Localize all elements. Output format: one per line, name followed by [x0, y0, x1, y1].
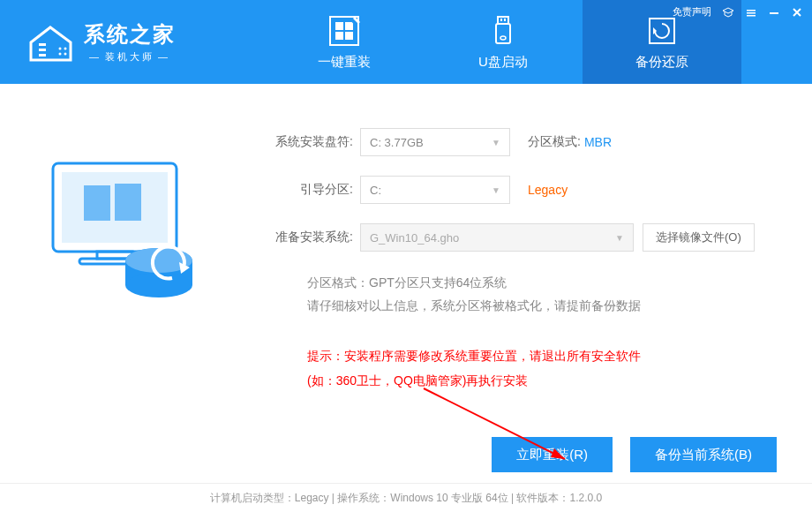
select-value: C: 3.77GB — [370, 136, 424, 149]
svg-point-6 — [64, 52, 67, 55]
logo: 系统之家 装机大师 — [0, 20, 265, 64]
svg-rect-23 — [770, 12, 778, 14]
form-area: 系统安装盘符: C: 3.77GB ▼ 分区模式: MBR 引导分区: C: ▼… — [229, 128, 777, 393]
tab-label: U盘启动 — [478, 54, 528, 71]
logo-icon — [26, 20, 75, 64]
chevron-down-icon: ▼ — [492, 185, 500, 195]
graduation-icon[interactable] — [722, 6, 734, 19]
info-line: 请仔细核对以上信息，系统分区将被格式化，请提前备份数据 — [307, 294, 777, 317]
svg-rect-21 — [747, 12, 756, 14]
backup-button[interactable]: 备份当前系统(B) — [630, 437, 777, 472]
chevron-down-icon: ▼ — [492, 138, 500, 147]
logo-subtitle: 装机大师 — [84, 50, 176, 64]
windows-icon — [327, 13, 362, 49]
minimize-button[interactable] — [768, 6, 780, 19]
svg-rect-14 — [500, 19, 502, 21]
tabs: 一键重装 U盘启动 备份还原 — [265, 0, 741, 84]
footer-text: 计算机启动类型：Legacy | 操作系统：Windows 10 专业版 64位… — [210, 492, 602, 504]
header: 系统之家 装机大师 一键重装 U盘启动 备份还原 免责声明 — [0, 0, 812, 84]
tab-usb-boot[interactable]: U盘启动 — [424, 0, 583, 84]
svg-rect-11 — [345, 32, 353, 40]
window-controls: 免责声明 — [673, 5, 803, 19]
main-content: 系统安装盘符: C: 3.77GB ▼ 分区模式: MBR 引导分区: C: ▼… — [0, 84, 812, 410]
info-text: 分区格式：GPT分区只支持64位系统 请仔细核对以上信息，系统分区将被格式化，请… — [307, 271, 777, 317]
svg-rect-10 — [335, 32, 343, 40]
warning-line: 提示：安装程序需要修改系统重要位置，请退出所有安全软件 — [307, 343, 777, 368]
select-value: C: — [370, 184, 381, 197]
install-drive-select[interactable]: C: 3.77GB ▼ — [360, 128, 510, 156]
choose-image-button[interactable]: 选择镜像文件(O) — [643, 223, 755, 252]
svg-rect-8 — [335, 22, 343, 30]
svg-rect-22 — [747, 15, 756, 17]
svg-point-3 — [59, 47, 62, 49]
svg-rect-13 — [498, 17, 508, 24]
chevron-down-icon: ▼ — [615, 233, 624, 243]
tab-reinstall[interactable]: 一键重装 — [265, 0, 424, 84]
svg-rect-20 — [747, 10, 756, 11]
install-drive-label: 系统安装盘符: — [265, 134, 353, 150]
prepare-system-select[interactable]: G_Win10_64.gho ▼ — [360, 223, 634, 252]
tab-label: 备份还原 — [635, 54, 688, 71]
boot-partition-select[interactable]: C: ▼ — [360, 176, 510, 204]
warning-text: 提示：安装程序需要修改系统重要位置，请退出所有安全软件 (如：360卫士，QQ电… — [307, 343, 777, 393]
close-button[interactable] — [791, 6, 803, 19]
svg-point-5 — [59, 52, 62, 55]
reinstall-button[interactable]: 立即重装(R) — [492, 437, 613, 472]
svg-point-17 — [500, 36, 506, 40]
action-buttons: 立即重装(R) 备份当前系统(B) — [0, 437, 812, 483]
prepare-system-label: 准备安装系统: — [265, 230, 353, 245]
svg-rect-0 — [39, 43, 46, 46]
disclaimer-link[interactable]: 免责声明 — [673, 5, 711, 19]
usb-icon — [485, 13, 521, 49]
settings-icon[interactable] — [745, 6, 757, 19]
select-value: G_Win10_64.gho — [370, 231, 459, 245]
svg-rect-7 — [330, 17, 358, 45]
boot-type-value: Legacy — [528, 183, 568, 197]
boot-partition-label: 引导分区: — [265, 182, 353, 198]
warning-line: (如：360卫士，QQ电脑管家)再执行安装 — [307, 368, 777, 393]
info-line: 分区格式：GPT分区只支持64位系统 — [307, 271, 777, 294]
logo-title: 系统之家 — [84, 20, 176, 49]
svg-rect-9 — [345, 22, 353, 30]
illustration — [35, 128, 229, 393]
svg-rect-1 — [39, 49, 46, 51]
svg-rect-15 — [504, 19, 506, 21]
tab-label: 一键重装 — [318, 54, 371, 71]
svg-point-4 — [64, 47, 67, 49]
svg-rect-2 — [39, 54, 46, 56]
footer: 计算机启动类型：Legacy | 操作系统：Windows 10 专业版 64位… — [0, 483, 812, 506]
restore-icon — [644, 13, 680, 49]
partition-mode-value: MBR — [584, 135, 612, 149]
partition-mode-label: 分区模式: — [528, 134, 581, 150]
